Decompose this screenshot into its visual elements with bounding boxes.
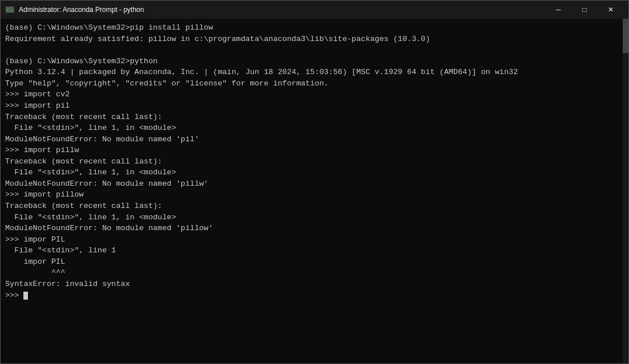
minimize-button[interactable]: ─ xyxy=(545,1,571,19)
line-4: (base) C:\Windows\System32>python xyxy=(5,56,624,67)
svg-text:C:\: C:\ xyxy=(7,8,14,13)
scrollbar[interactable] xyxy=(623,19,628,363)
line-18: File "<stdin>", line 1, in <module> xyxy=(5,212,624,223)
maximize-button[interactable]: □ xyxy=(571,1,598,19)
terminal-cursor xyxy=(23,292,28,300)
line-11: ModuleNotFoundError: No module named 'pi… xyxy=(5,134,624,145)
line-3 xyxy=(5,44,624,56)
line-23: ^^^ xyxy=(5,267,624,279)
scrollbar-thumb[interactable] xyxy=(623,19,628,53)
window-icon: C:\ xyxy=(5,5,14,14)
line-25: >>> xyxy=(5,290,624,301)
line-6: Type "help", "copyright", "credits" or "… xyxy=(5,78,624,89)
title-bar: C:\ Administrator: Anaconda Prompt - pyt… xyxy=(1,1,628,19)
line-5: Python 3.12.4 | packaged by Anaconda, In… xyxy=(5,67,624,78)
line-9: Traceback (most recent call last): xyxy=(5,112,624,123)
line-13: Traceback (most recent call last): xyxy=(5,156,624,167)
line-24: SyntaxError: invalid syntax xyxy=(5,279,624,290)
line-21: File "<stdin>", line 1 xyxy=(5,245,624,256)
line-22: impor PIL xyxy=(5,256,624,268)
line-7: >>> import cv2 xyxy=(5,89,624,100)
terminal-content: (base) C:\Windows\System32>pip install p… xyxy=(5,22,624,360)
line-8: >>> import pil xyxy=(5,100,624,112)
line-14: File "<stdin>", line 1, in <module> xyxy=(5,167,624,178)
line-2: Requirement already satisfied: pillow in… xyxy=(5,34,624,45)
window-title: Administrator: Anaconda Prompt - python xyxy=(19,6,545,14)
line-19: ModuleNotFoundError: No module named 'pi… xyxy=(5,223,624,234)
line-10: File "<stdin>", line 1, in <module> xyxy=(5,122,624,134)
close-button[interactable]: ✕ xyxy=(598,1,624,19)
line-17: Traceback (most recent call last): xyxy=(5,201,624,212)
line-15: ModuleNotFoundError: No module named 'pi… xyxy=(5,178,624,190)
line-12: >>> import pillw xyxy=(5,145,624,156)
terminal-body[interactable]: (base) C:\Windows\System32>pip install p… xyxy=(1,19,628,363)
line-16: >>> import pillow xyxy=(5,189,624,201)
window-controls: ─ □ ✕ xyxy=(545,1,624,19)
line-20: >>> impor PIL xyxy=(5,234,624,246)
line-1: (base) C:\Windows\System32>pip install p… xyxy=(5,22,624,34)
terminal-window: C:\ Administrator: Anaconda Prompt - pyt… xyxy=(0,0,629,364)
